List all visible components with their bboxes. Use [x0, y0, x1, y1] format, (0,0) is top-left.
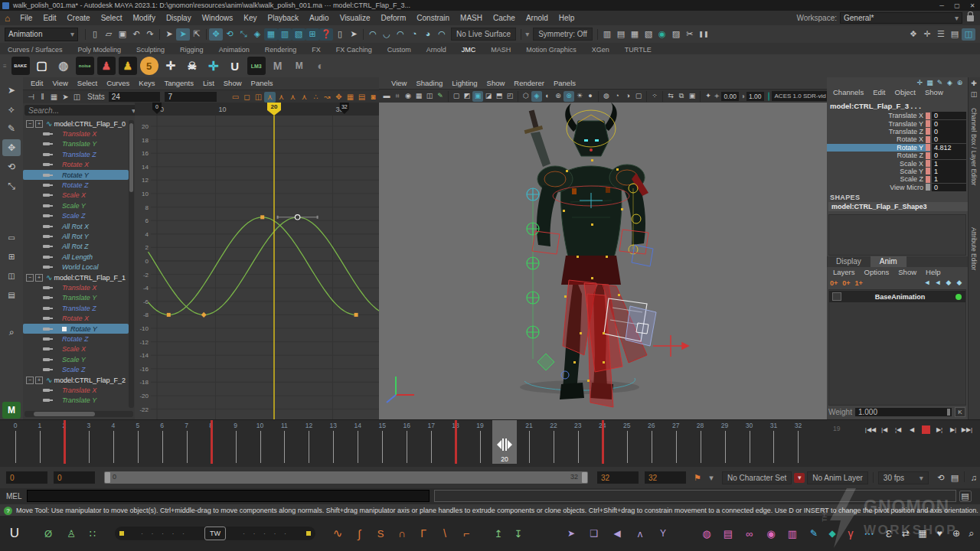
single-pane-layout-icon[interactable]: ▭ — [2, 229, 21, 246]
construction-history-icon[interactable]: ◠ — [394, 28, 407, 41]
tree-channel-row[interactable]: Rotate Z — [23, 180, 129, 190]
isolate-select-icon[interactable]: ⬡ — [521, 91, 531, 102]
render-current-frame-icon[interactable]: ◕ — [421, 28, 435, 41]
wireframe-icon[interactable]: ▢ — [451, 91, 462, 102]
greasepencil-icon[interactable]: ✎ — [435, 91, 446, 102]
channel-box-node-name[interactable]: model:CTRL_Flap_F_3 . . . — [830, 102, 921, 110]
shaded-icon[interactable]: ◩ — [462, 91, 472, 102]
diamond-tool-icon[interactable]: ◆ — [824, 525, 841, 542]
viewcube-icon[interactable]: ● — [585, 91, 596, 102]
snap-grid-icon[interactable]: ▦ — [264, 28, 278, 41]
xray-icon[interactable]: ◈ — [531, 91, 542, 102]
tab-attribute-editor[interactable]: Attribute Editor — [970, 227, 978, 270]
motion-trail-icon[interactable]: ◉ — [655, 28, 669, 41]
swap-buffer-icon[interactable]: ▤ — [356, 92, 368, 103]
gamma-field[interactable]: 1.00 — [746, 92, 764, 101]
move-layer-up-icon[interactable]: ◄ — [922, 279, 933, 288]
script-editor-icon[interactable]: ▤ — [959, 491, 972, 502]
save-scene-icon[interactable]: ▣ — [116, 28, 129, 41]
annotate-icon[interactable]: ❑ — [586, 525, 603, 542]
shelf-arrows-icon[interactable]: ≡ — [3, 63, 7, 70]
menu-item-list[interactable]: List — [198, 79, 219, 87]
lock-selection-icon[interactable]: ▯ — [333, 28, 347, 41]
set-range-bookmark-icon[interactable]: ⚑ — [691, 471, 704, 484]
menu-item-edit[interactable]: Edit — [868, 88, 890, 96]
search-icon[interactable]: ⌕ — [963, 525, 980, 542]
shelf-tab-rendering[interactable]: Rendering — [257, 45, 305, 54]
menu-item-options[interactable]: Options — [860, 268, 894, 276]
shape-node-name[interactable]: model:CTRL_Flap_F_Shape3 — [828, 202, 968, 211]
insert-key-icon[interactable]: ‖ — [37, 92, 48, 103]
layer-active-indicator[interactable] — [956, 294, 962, 300]
tree-channel-row[interactable]: Rotate X — [23, 160, 129, 170]
workspace-dropdown[interactable]: General* ▾ — [840, 12, 962, 24]
clapperboard-icon[interactable]: ▤ — [948, 471, 962, 484]
undo-icon[interactable]: ↶ — [129, 28, 143, 41]
linear-tangent-icon[interactable]: ⋏ — [299, 92, 310, 103]
move-tool-icon[interactable]: ✥ — [2, 139, 21, 156]
play-backwards-button[interactable]: ◀ — [905, 423, 919, 436]
attribute-spreadsheet-icon[interactable]: ◫ — [962, 28, 975, 41]
color-management-icon[interactable] — [768, 92, 769, 101]
pose-grid-icon[interactable]: ∷ — [84, 525, 101, 542]
plane-shelf-icon[interactable]: ▢ — [33, 57, 51, 75]
walk-cycle-icon[interactable]: ʌ — [632, 525, 648, 542]
panel-icon[interactable]: ▥ — [784, 525, 801, 542]
menu-item-select[interactable]: Select — [73, 79, 102, 87]
m-shelf-icon[interactable]: M — [269, 57, 287, 75]
menu-item-create[interactable]: Create — [62, 14, 96, 22]
tree-channel-row[interactable]: Translate Z — [23, 149, 129, 159]
set-driven-key-icon[interactable]: ▧ — [642, 28, 655, 41]
plus-icon[interactable]: ✚ — [969, 79, 979, 88]
tree-channel-row[interactable]: Scale X — [23, 191, 129, 201]
four-pane-layout-icon[interactable]: ⊞ — [2, 248, 21, 265]
tw-mode-button[interactable]: TW — [204, 527, 226, 540]
mel-result-field[interactable] — [434, 490, 956, 502]
channel-attribute-row[interactable]: Translate Y0 — [827, 119, 968, 127]
tree-channel-row[interactable]: All Rot Z — [23, 242, 129, 252]
channel-attribute-row[interactable]: Rotate Z0 — [827, 152, 968, 159]
select-component-icon[interactable]: ➤ — [176, 28, 190, 41]
expand-icon[interactable]: + — [35, 274, 43, 282]
noise-shelf-icon[interactable]: noise — [76, 57, 94, 75]
curve-s-icon[interactable]: S — [372, 525, 389, 542]
live-surface-field[interactable]: No Live Surface — [451, 28, 516, 41]
outliner-vertical-scrollbar[interactable] — [129, 120, 134, 408]
weight-slider-handle[interactable] — [947, 409, 950, 416]
grid-icon[interactable]: ▦ — [925, 78, 935, 87]
dof-icon[interactable]: ▢ — [633, 91, 644, 102]
layer-counter[interactable]: 1+ — [855, 279, 863, 287]
empty-layer-icon[interactable]: ◆ — [943, 279, 954, 288]
graph-editor-curve-view[interactable]: 20181614121086420-2-4-6-8-10-12-14-16-18… — [135, 103, 379, 419]
channel-attribute-row[interactable]: Translate Z0 — [827, 128, 968, 135]
symmetry-field[interactable]: Symmetry: Off — [533, 28, 593, 41]
attribute-value-field[interactable]: 1 — [932, 168, 966, 175]
curve-linear-icon[interactable]: \ — [436, 525, 453, 542]
scale-tool-icon[interactable]: ⤡ — [2, 178, 21, 194]
tree-channel-row[interactable]: Translate Y — [23, 139, 129, 149]
input-curve-icon[interactable]: ◡ — [380, 28, 394, 41]
grid-icon[interactable]: ⊗ — [564, 91, 574, 102]
exposure-icon[interactable]: ⊛ — [553, 91, 564, 102]
frame-all-icon[interactable]: ▭ — [230, 92, 241, 103]
chevron-down-icon[interactable]: ▾ — [525, 30, 529, 38]
exposure-toggle-icon[interactable]: ✦ — [703, 91, 714, 102]
last-tool-icon[interactable]: ◈ — [250, 28, 264, 41]
lighting-all-icon[interactable]: ◪ — [483, 91, 494, 102]
attribute-value-field[interactable]: 0 — [932, 152, 966, 159]
mel-input[interactable] — [27, 490, 430, 502]
shelf-tab-fx-caching[interactable]: FX Caching — [328, 45, 380, 54]
display-layers-icon[interactable]: ☰ — [934, 28, 948, 41]
toolbox-icon[interactable]: ▤ — [948, 28, 962, 41]
shelf-tab-xgen[interactable]: XGen — [584, 45, 617, 54]
tree-channel-row[interactable]: Translate X — [23, 282, 129, 292]
snap-time-icon[interactable]: ◙ — [368, 92, 379, 103]
anim-layer-field[interactable]: No Anim Layer — [807, 471, 868, 484]
menu-item-file[interactable]: File — [15, 14, 38, 22]
shelf-tab-animation[interactable]: Animation — [211, 45, 257, 54]
shelf-tab-curves-surfaces[interactable]: Curves / Surfaces — [0, 45, 70, 54]
key-lower-icon[interactable]: ↧ — [510, 525, 527, 542]
pencil-icon[interactable]: ✎ — [935, 78, 945, 87]
xray-joints-icon[interactable]: ◐ — [542, 91, 553, 102]
image-plane-icon[interactable]: ▦ — [413, 91, 424, 102]
